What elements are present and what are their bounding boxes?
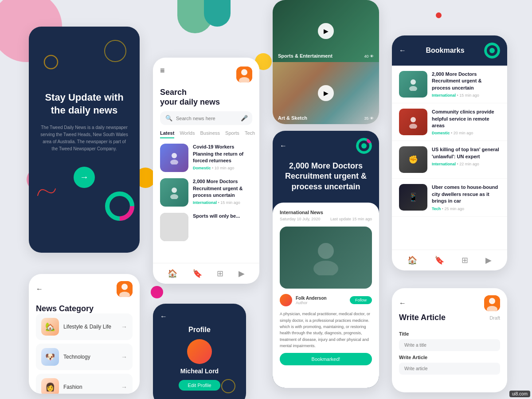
bottom-nav-feed: 🏠 🔖 ⊞ ▶ [153,263,259,284]
bookmark-meta-3: International • 22 min ago [432,162,500,166]
bm-cat-1: International [432,93,456,98]
follow-button[interactable]: Follow [350,296,372,304]
profile-title: Profile [188,326,211,334]
bm-cat-2: Domestic [432,131,450,135]
tab-sports[interactable]: Sports [225,130,239,138]
article-category: International News [280,210,372,215]
bm-time-3: 22 min ago [459,162,479,166]
news-item-1[interactable]: Covid-19 Workers Planning the return of … [160,144,252,172]
feed-header: ≡ [153,58,259,88]
card-onboarding: Stay Update with the daily news The Twee… [29,27,140,253]
deco-blob-green [177,0,213,33]
bookmark-thumb-3: ✊ [399,146,427,173]
deco-ring-gold [42,53,60,73]
news-item-2[interactable]: 2,000 More Doctors Recruitment urgent & … [160,178,252,207]
news-meta-2: International • 15 min ago [193,200,252,205]
play-button-sports[interactable]: ▶ [318,23,334,39]
hamburger-icon[interactable]: ≡ [160,66,165,74]
bookmark-headline-3: US killing of top Iran' general 'unlawfu… [432,146,500,160]
bookmark-list: 2,000 More Doctors Recruitment urgent & … [392,66,507,250]
deco-spiral [35,184,58,200]
onboard-description: The Tweed Daily News is a daily newspape… [39,124,129,153]
onboard-next-button[interactable]: → [74,167,95,188]
search-bar[interactable]: 🔍 🎤 [160,111,252,125]
author-row: Folk Anderson Author Follow [280,294,372,306]
bookmarks-header: ← Bookmarks [392,35,507,66]
article-content-card: International News Saturday 10 July, 202… [273,203,379,388]
article-image [280,227,372,289]
author-role: Author [296,301,346,305]
category-thumb-fashion: 👩 [41,378,59,394]
play-icon-bm[interactable]: ▶ [485,255,492,265]
bookmark-item-3[interactable]: ✊ US killing of top Iran' general 'unlaw… [392,141,507,179]
home-icon[interactable]: 🏠 [168,269,177,278]
news-content-1: Covid-19 Workers Planning the return of … [193,144,252,170]
write-title-input[interactable] [399,339,500,351]
video-label-sports: Sports & Entertainment [278,53,332,59]
write-avatar[interactable] [484,295,500,311]
bookmark-headline-2: Community clinics provide helpful servic… [432,109,500,129]
svg-point-23 [411,117,416,122]
play-icon[interactable]: ▶ [239,269,245,278]
bookmark-item-1[interactable]: 2,000 More Doctors Recruitment urgent & … [392,66,507,103]
category-avatar[interactable] [117,281,133,297]
profile-avatar [187,339,212,364]
bookmark-item-4[interactable]: 📱 Uber comes to house-bound city dweller… [392,179,507,216]
bookmarked-button[interactable]: Bookmarked! [280,353,372,365]
category-name-lifestyle: Lifestyle & Daily Life [63,324,117,330]
tab-worlds[interactable]: Worlds [180,130,195,138]
bookmarks-back-button[interactable]: ← [399,47,406,55]
profile-back-button[interactable]: ← [160,313,167,321]
grid-icon-bm[interactable]: ⊞ [462,255,468,265]
user-avatar[interactable] [236,66,252,82]
bookmark-icon-bm[interactable]: 🔖 [434,255,444,265]
category-thumb-lifestyle: 🏡 [41,318,59,336]
bookmark-meta-4: Tech • 25 min ago [432,207,500,211]
news-list: Covid-19 Workers Planning the return of … [153,144,259,263]
bottom-nav-bookmarks: 🏠 🔖 ⊞ ▶ [392,250,507,270]
search-input[interactable] [176,116,237,121]
onboard-title: Stay Update with the daily news [39,91,129,117]
bookmark-content-3: US killing of top Iran' general 'unlawfu… [432,146,500,166]
news-time-1b: 10 min ago [215,166,235,170]
video-item-art[interactable]: ▶ Art & Sketch 35 👁 [273,62,379,124]
video-count-art: 35 👁 [364,116,374,121]
bookmark-item-2[interactable]: Community clinics provide helpful servic… [392,103,507,141]
category-item-lifestyle[interactable]: 🏡 Lifestyle & Daily Life → [36,313,133,340]
write-header: ← [399,295,500,311]
tab-tech[interactable]: Tech [245,130,255,138]
tab-latest[interactable]: Latest [160,130,174,138]
category-back-button[interactable]: ← [36,285,43,293]
video-overlay-sports: ▶ [273,0,379,62]
news-item-3[interactable]: Sports will only be... [160,213,252,241]
svg-point-14 [361,143,367,149]
category-item-fashion[interactable]: 👩 Fashion → [36,374,133,394]
svg-point-22 [409,86,417,91]
write-back-button[interactable]: ← [399,299,406,307]
bm-cat-4: Tech [432,207,441,211]
home-icon-bm[interactable]: 🏠 [407,255,417,265]
bookmark-headline-1: 2,000 More Doctors Recruitment urgent & … [432,71,500,91]
svg-point-2 [44,55,58,69]
grid-icon[interactable]: ⊞ [217,269,223,278]
article-back-button[interactable]: ← [280,142,287,150]
tab-business[interactable]: Business [200,130,220,138]
video-item-sports[interactable]: ▶ Sports & Entertainment 40 👁 [273,0,379,62]
write-article-input[interactable] [399,363,500,375]
svg-point-24 [409,124,417,129]
mic-icon[interactable]: 🎤 [241,115,248,121]
play-button-art[interactable]: ▶ [318,85,334,101]
edit-profile-button[interactable]: Edit Profile [179,380,220,391]
card-bookmarks: ← Bookmarks 2,000 More Doctors Recruitme… [392,35,507,270]
news-content-2: 2,000 More Doctors Recruitment urgent & … [193,178,252,205]
category-name-fashion: Fashion [63,384,117,390]
bookmark-headline-4: Uber comes to house-bound city dwellers … [432,184,500,204]
write-title-row: Write Article Draft [399,313,500,322]
bookmark-icon[interactable]: 🔖 [192,269,202,278]
svg-point-30 [489,298,495,304]
category-item-technology[interactable]: 🐶 Technology → [36,344,133,370]
svg-point-4 [241,69,247,75]
category-arrow-lifestyle: → [121,323,127,330]
video-overlay-art: ▶ [273,62,379,124]
deco-donut [104,191,131,217]
